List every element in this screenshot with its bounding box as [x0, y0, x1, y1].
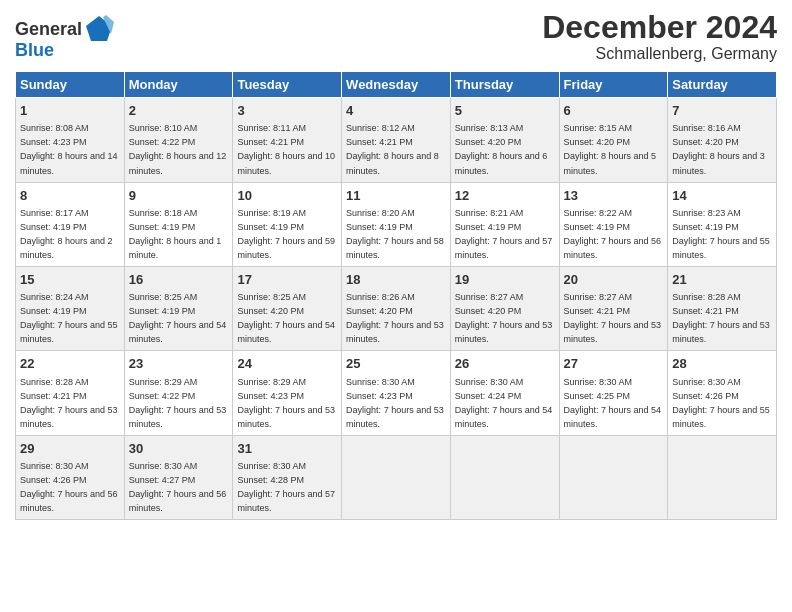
cell-info: Sunrise: 8:28 AMSunset: 4:21 PMDaylight:… [672, 292, 770, 344]
col-monday: Monday [124, 72, 233, 98]
cell-info: Sunrise: 8:25 AMSunset: 4:20 PMDaylight:… [237, 292, 335, 344]
calendar-cell: 5 Sunrise: 8:13 AMSunset: 4:20 PMDayligh… [450, 98, 559, 182]
week-row-3: 15 Sunrise: 8:24 AMSunset: 4:19 PMDaylig… [16, 266, 777, 350]
calendar-cell: 21 Sunrise: 8:28 AMSunset: 4:21 PMDaylig… [668, 266, 777, 350]
day-number: 14 [672, 187, 772, 205]
cell-info: Sunrise: 8:22 AMSunset: 4:19 PMDaylight:… [564, 208, 662, 260]
col-sunday: Sunday [16, 72, 125, 98]
calendar-cell: 25 Sunrise: 8:30 AMSunset: 4:23 PMDaylig… [342, 351, 451, 435]
col-wednesday: Wednesday [342, 72, 451, 98]
page-header: General Blue December 2024 Schmallenberg… [15, 10, 777, 63]
calendar-cell: 13 Sunrise: 8:22 AMSunset: 4:19 PMDaylig… [559, 182, 668, 266]
day-number: 26 [455, 355, 555, 373]
day-number: 16 [129, 271, 229, 289]
day-number: 27 [564, 355, 664, 373]
calendar-cell: 12 Sunrise: 8:21 AMSunset: 4:19 PMDaylig… [450, 182, 559, 266]
calendar-cell: 4 Sunrise: 8:12 AMSunset: 4:21 PMDayligh… [342, 98, 451, 182]
cell-info: Sunrise: 8:25 AMSunset: 4:19 PMDaylight:… [129, 292, 227, 344]
page-title: December 2024 [542, 10, 777, 45]
calendar-cell: 1 Sunrise: 8:08 AMSunset: 4:23 PMDayligh… [16, 98, 125, 182]
calendar-cell: 19 Sunrise: 8:27 AMSunset: 4:20 PMDaylig… [450, 266, 559, 350]
day-number: 17 [237, 271, 337, 289]
calendar-cell: 18 Sunrise: 8:26 AMSunset: 4:20 PMDaylig… [342, 266, 451, 350]
calendar-cell: 16 Sunrise: 8:25 AMSunset: 4:19 PMDaylig… [124, 266, 233, 350]
calendar-cell: 3 Sunrise: 8:11 AMSunset: 4:21 PMDayligh… [233, 98, 342, 182]
day-number: 18 [346, 271, 446, 289]
calendar-cell: 15 Sunrise: 8:24 AMSunset: 4:19 PMDaylig… [16, 266, 125, 350]
logo-icon [84, 14, 114, 44]
cell-info: Sunrise: 8:15 AMSunset: 4:20 PMDaylight:… [564, 123, 657, 175]
calendar-cell: 9 Sunrise: 8:18 AMSunset: 4:19 PMDayligh… [124, 182, 233, 266]
week-row-4: 22 Sunrise: 8:28 AMSunset: 4:21 PMDaylig… [16, 351, 777, 435]
calendar-body: 1 Sunrise: 8:08 AMSunset: 4:23 PMDayligh… [16, 98, 777, 520]
day-number: 23 [129, 355, 229, 373]
calendar-cell: 29 Sunrise: 8:30 AMSunset: 4:26 PMDaylig… [16, 435, 125, 519]
calendar-cell [342, 435, 451, 519]
calendar-cell: 23 Sunrise: 8:29 AMSunset: 4:22 PMDaylig… [124, 351, 233, 435]
day-number: 8 [20, 187, 120, 205]
col-saturday: Saturday [668, 72, 777, 98]
col-thursday: Thursday [450, 72, 559, 98]
calendar-cell: 10 Sunrise: 8:19 AMSunset: 4:19 PMDaylig… [233, 182, 342, 266]
cell-info: Sunrise: 8:23 AMSunset: 4:19 PMDaylight:… [672, 208, 770, 260]
day-number: 2 [129, 102, 229, 120]
cell-info: Sunrise: 8:29 AMSunset: 4:22 PMDaylight:… [129, 377, 227, 429]
day-number: 28 [672, 355, 772, 373]
day-number: 3 [237, 102, 337, 120]
cell-info: Sunrise: 8:30 AMSunset: 4:26 PMDaylight:… [20, 461, 118, 513]
calendar-cell: 20 Sunrise: 8:27 AMSunset: 4:21 PMDaylig… [559, 266, 668, 350]
day-number: 31 [237, 440, 337, 458]
calendar-cell: 27 Sunrise: 8:30 AMSunset: 4:25 PMDaylig… [559, 351, 668, 435]
cell-info: Sunrise: 8:27 AMSunset: 4:21 PMDaylight:… [564, 292, 662, 344]
cell-info: Sunrise: 8:27 AMSunset: 4:20 PMDaylight:… [455, 292, 553, 344]
week-row-1: 1 Sunrise: 8:08 AMSunset: 4:23 PMDayligh… [16, 98, 777, 182]
day-number: 13 [564, 187, 664, 205]
cell-info: Sunrise: 8:24 AMSunset: 4:19 PMDaylight:… [20, 292, 118, 344]
day-number: 15 [20, 271, 120, 289]
calendar-cell: 2 Sunrise: 8:10 AMSunset: 4:22 PMDayligh… [124, 98, 233, 182]
page-subtitle: Schmallenberg, Germany [542, 45, 777, 63]
cell-info: Sunrise: 8:18 AMSunset: 4:19 PMDaylight:… [129, 208, 222, 260]
day-number: 5 [455, 102, 555, 120]
col-friday: Friday [559, 72, 668, 98]
cell-info: Sunrise: 8:30 AMSunset: 4:27 PMDaylight:… [129, 461, 227, 513]
cell-info: Sunrise: 8:28 AMSunset: 4:21 PMDaylight:… [20, 377, 118, 429]
day-number: 29 [20, 440, 120, 458]
cell-info: Sunrise: 8:29 AMSunset: 4:23 PMDaylight:… [237, 377, 335, 429]
day-number: 21 [672, 271, 772, 289]
day-number: 1 [20, 102, 120, 120]
calendar-cell: 6 Sunrise: 8:15 AMSunset: 4:20 PMDayligh… [559, 98, 668, 182]
calendar-table: Sunday Monday Tuesday Wednesday Thursday… [15, 71, 777, 520]
day-number: 22 [20, 355, 120, 373]
day-number: 25 [346, 355, 446, 373]
cell-info: Sunrise: 8:30 AMSunset: 4:25 PMDaylight:… [564, 377, 662, 429]
calendar-cell: 24 Sunrise: 8:29 AMSunset: 4:23 PMDaylig… [233, 351, 342, 435]
logo: General Blue [15, 14, 114, 61]
calendar-cell: 31 Sunrise: 8:30 AMSunset: 4:28 PMDaylig… [233, 435, 342, 519]
calendar-cell: 8 Sunrise: 8:17 AMSunset: 4:19 PMDayligh… [16, 182, 125, 266]
cell-info: Sunrise: 8:16 AMSunset: 4:20 PMDaylight:… [672, 123, 765, 175]
day-number: 24 [237, 355, 337, 373]
calendar-cell: 22 Sunrise: 8:28 AMSunset: 4:21 PMDaylig… [16, 351, 125, 435]
cell-info: Sunrise: 8:17 AMSunset: 4:19 PMDaylight:… [20, 208, 113, 260]
cell-info: Sunrise: 8:13 AMSunset: 4:20 PMDaylight:… [455, 123, 548, 175]
header-row: Sunday Monday Tuesday Wednesday Thursday… [16, 72, 777, 98]
calendar-cell [450, 435, 559, 519]
day-number: 19 [455, 271, 555, 289]
cell-info: Sunrise: 8:30 AMSunset: 4:24 PMDaylight:… [455, 377, 553, 429]
day-number: 4 [346, 102, 446, 120]
cell-info: Sunrise: 8:30 AMSunset: 4:26 PMDaylight:… [672, 377, 770, 429]
day-number: 6 [564, 102, 664, 120]
cell-info: Sunrise: 8:19 AMSunset: 4:19 PMDaylight:… [237, 208, 335, 260]
calendar-cell: 30 Sunrise: 8:30 AMSunset: 4:27 PMDaylig… [124, 435, 233, 519]
cell-info: Sunrise: 8:12 AMSunset: 4:21 PMDaylight:… [346, 123, 439, 175]
day-number: 10 [237, 187, 337, 205]
cell-info: Sunrise: 8:10 AMSunset: 4:22 PMDaylight:… [129, 123, 227, 175]
calendar-cell [559, 435, 668, 519]
calendar-cell: 14 Sunrise: 8:23 AMSunset: 4:19 PMDaylig… [668, 182, 777, 266]
day-number: 30 [129, 440, 229, 458]
title-block: December 2024 Schmallenberg, Germany [542, 10, 777, 63]
calendar-cell: 28 Sunrise: 8:30 AMSunset: 4:26 PMDaylig… [668, 351, 777, 435]
cell-info: Sunrise: 8:26 AMSunset: 4:20 PMDaylight:… [346, 292, 444, 344]
col-tuesday: Tuesday [233, 72, 342, 98]
